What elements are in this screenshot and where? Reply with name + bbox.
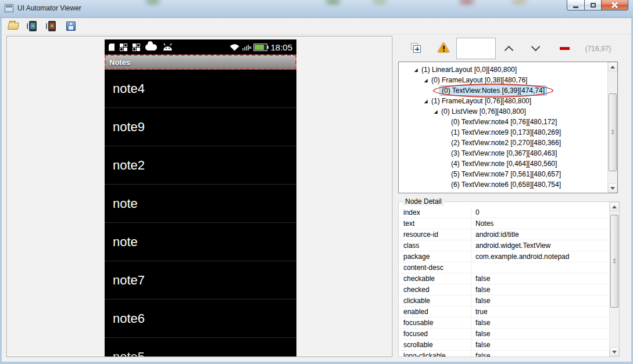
detail-row[interactable]: focused false: [399, 329, 609, 340]
note-list-item[interactable]: note2: [105, 146, 296, 185]
screenshot-panel: ✕ 18:05 Notes note4 note9: [6, 36, 392, 357]
note-list-item[interactable]: note6: [105, 300, 296, 338]
detail-row[interactable]: scrollable false: [399, 340, 609, 351]
detail-row[interactable]: class android.widget.TextView: [399, 240, 609, 251]
expander-icon[interactable]: ◢: [432, 109, 439, 114]
detail-value: false: [471, 340, 609, 350]
detail-value: false: [471, 284, 609, 295]
arrow-down-icon: [612, 351, 617, 354]
app-title-bar[interactable]: Notes: [105, 55, 296, 70]
minimize-button[interactable]: [567, 0, 585, 10]
cloud-icon: [145, 44, 157, 51]
wifi-icon: [230, 44, 239, 51]
detail-row[interactable]: index 0: [399, 207, 609, 218]
note-list-item[interactable]: note4: [105, 70, 296, 108]
tree-node[interactable]: ◢ (1) LinearLayout [0,0][480,800]: [399, 64, 607, 75]
detail-row[interactable]: enabled true: [399, 307, 609, 318]
app-toolbar: [2, 18, 631, 35]
device-screenshot[interactable]: ✕ 18:05 Notes note4 note9: [105, 39, 296, 356]
detail-row[interactable]: resource-id android:id/title: [399, 229, 609, 240]
note-list-item[interactable]: note: [105, 185, 296, 223]
tree-node-label[interactable]: (4) TextView:note [0,464][480,560]: [449, 159, 559, 168]
tree-node-label[interactable]: (2) TextView:note2 [0,270][480,366]: [449, 138, 563, 147]
tree-node-label[interactable]: (0) FrameLayout [0,38][480,76]: [430, 75, 529, 85]
desktop-blur-blob: [372, 0, 387, 5]
tree-node[interactable]: (5) TextView:note7 [0,561][480,657]: [399, 169, 607, 179]
window-titlebar[interactable]: UI Automator Viewer: [0, 0, 633, 18]
scroll-up-button[interactable]: [610, 202, 619, 211]
search-next-button[interactable]: [532, 42, 539, 49]
close-button[interactable]: [602, 0, 628, 10]
expand-all-button[interactable]: [411, 43, 421, 53]
device-screenshot-icon: [29, 21, 37, 31]
tree-node-label[interactable]: (5) TextView:note7 [0,561][480,657]: [449, 170, 563, 179]
tree-node[interactable]: ◢ (1) FrameLayout [0,76][480,800]: [399, 96, 607, 106]
detail-key: scrollable: [399, 340, 471, 350]
detail-row[interactable]: clickable false: [399, 295, 609, 307]
detail-scrollbar[interactable]: [609, 202, 619, 356]
note-label: note5: [113, 349, 145, 356]
device-screenshot-button[interactable]: [26, 19, 40, 33]
tree-node[interactable]: (0) TextView:note4 [0,76][480,172]: [399, 117, 607, 127]
detail-row[interactable]: package com.example.android.notepad: [399, 251, 609, 262]
detail-row[interactable]: checkable false: [399, 273, 609, 284]
tree-node-label[interactable]: (6) TextView:note6 [0,658][480,754]: [449, 180, 563, 189]
maximize-button[interactable]: [585, 0, 602, 10]
tree-node[interactable]: (2) TextView:note2 [0,270][480,366]: [399, 138, 607, 148]
tree-node[interactable]: ◢ (0) ListView [0,76][480,800]: [399, 106, 607, 117]
expander-icon[interactable]: ◢: [422, 99, 430, 104]
tree-node[interactable]: (0) TextView:Notes [6,39][474,74]: [399, 85, 607, 96]
expander-icon[interactable]: ◢: [412, 67, 420, 73]
tree-node-label[interactable]: (1) LinearLayout [0,0][480,800]: [420, 65, 518, 74]
note-list-item[interactable]: note9: [105, 108, 296, 146]
search-previous-button[interactable]: [505, 45, 513, 53]
save-icon: [66, 21, 76, 31]
detail-value: false: [471, 318, 609, 328]
tree-node[interactable]: (6) TextView:note6 [0,658][480,754]: [399, 179, 607, 190]
status-time: 18:05: [270, 42, 292, 52]
uiautomator-viewer-window: UI Automator Viewer: [0, 0, 633, 364]
note-label: note9: [113, 120, 145, 135]
tree-node-label[interactable]: (0) TextView:note4 [0,76][480,172]: [449, 117, 559, 127]
tree-node-label[interactable]: (1) FrameLayout [0,76][480,800]: [430, 96, 533, 106]
detail-row[interactable]: content-desc: [399, 262, 609, 273]
detail-value: false: [471, 329, 609, 339]
open-file-button[interactable]: [6, 19, 20, 33]
warning-icon[interactable]: [438, 42, 449, 52]
device-screenshot-compressed-button[interactable]: [45, 19, 59, 33]
scroll-up-button[interactable]: [608, 62, 617, 71]
note-label: note2: [113, 158, 145, 173]
note-list-item[interactable]: note5: [105, 338, 296, 356]
desktop-blur-blob: [459, 0, 474, 5]
detail-value: android.widget.TextView: [471, 240, 609, 251]
tree-node[interactable]: (4) TextView:note [0,464][480,560]: [399, 158, 607, 169]
tree-node-label[interactable]: (0) ListView [0,76][480,800]: [439, 107, 528, 116]
tree-scrollbar[interactable]: [607, 62, 617, 193]
tree-search-input[interactable]: [456, 38, 496, 59]
detail-key: enabled: [399, 307, 471, 317]
expander-icon[interactable]: ◢: [422, 78, 430, 83]
tree-node-label[interactable]: (0) TextView:Notes [6,39][474,74]: [439, 85, 547, 96]
arrow-down-icon: [610, 187, 615, 190]
tree-node-label[interactable]: (1) TextView:note9 [0,173][480,269]: [449, 128, 563, 137]
detail-row[interactable]: checked false: [399, 284, 609, 295]
tree-node-label[interactable]: (3) TextView:note [0,367][480,463]: [449, 149, 559, 158]
detail-key: class: [399, 240, 471, 251]
scrollbar-thumb[interactable]: [610, 215, 618, 308]
scrollbar-thumb[interactable]: [609, 93, 617, 171]
scroll-down-button[interactable]: [610, 347, 619, 356]
save-button[interactable]: [64, 19, 78, 33]
tree-node[interactable]: (1) TextView:note9 [0,173][480,269]: [399, 127, 607, 138]
detail-value: [471, 262, 609, 273]
tree-node[interactable]: ◢ (0) FrameLayout [0,38][480,76]: [399, 75, 607, 85]
window-title: UI Automator Viewer: [17, 4, 81, 12]
note-list-item[interactable]: note7: [105, 261, 296, 300]
scroll-down-button[interactable]: [608, 183, 617, 193]
detail-row[interactable]: focusable false: [399, 318, 609, 329]
detail-row[interactable]: long-clickable false: [399, 351, 609, 357]
node-detail-table: index 0 text Notes resource-id android:i…: [399, 207, 609, 357]
detail-row[interactable]: text Notes: [399, 218, 609, 229]
note-list-item[interactable]: note: [105, 223, 296, 261]
remove-icon[interactable]: [560, 47, 570, 50]
tree-node[interactable]: (3) TextView:note [0,367][480,463]: [399, 148, 607, 158]
